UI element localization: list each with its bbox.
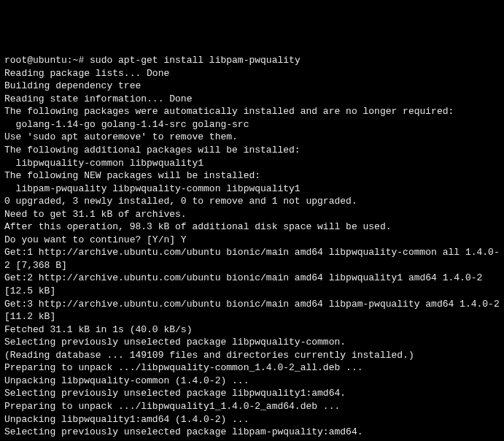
output-line: golang-1.14-go golang-1.14-src golang-sr… (4, 118, 500, 131)
output-line: Get:1 http://archive.ubuntu.com/ubuntu b… (4, 246, 500, 272)
output-line: The following packages were automaticall… (4, 105, 500, 118)
output-line: After this operation, 98.3 kB of additio… (4, 220, 500, 234)
output-line: Use 'sudo apt autoremove' to remove them… (4, 131, 500, 144)
output-line: Selecting previously unselected package … (4, 387, 500, 400)
output-line: Preparing to unpack .../libpwquality-com… (4, 361, 500, 375)
output-line: (Reading database ... 149109 files and d… (4, 349, 500, 362)
terminal-output[interactable]: root@ubuntu:~# sudo apt-get install libp… (4, 54, 500, 441)
output-line: Building dependency tree (4, 80, 500, 93)
output-line: libpwquality-common libpwquality1 (4, 157, 500, 170)
output-line: Unpacking libpwquality1:amd64 (1.4.0-2) … (4, 413, 500, 426)
output-line: Do you want to continue? [Y/n] Y (4, 234, 500, 247)
output-line: Preparing to unpack .../libpwquality1_1.… (4, 400, 500, 413)
output-line: Reading package lists... Done (4, 67, 500, 80)
output-line: Reading state information... Done (4, 93, 500, 106)
output-line: Fetched 31.1 kB in 1s (40.0 kB/s) (4, 323, 500, 337)
output-line: libpam-pwquality libpwquality-common lib… (4, 183, 500, 196)
output-line: Get:3 http://archive.ubuntu.com/ubuntu b… (4, 298, 500, 323)
shell-prompt: root@ubuntu:~# (4, 55, 90, 66)
output-line: Need to get 31.1 kB of archives. (4, 208, 500, 221)
prompt-line: root@ubuntu:~# sudo apt-get install libp… (4, 54, 500, 67)
command-text: sudo apt-get install libpam-pwquality (90, 55, 301, 66)
output-line: The following additional packages will b… (4, 144, 500, 157)
output-line: Unpacking libpwquality-common (1.4.0-2) … (4, 375, 500, 388)
output-line: The following NEW packages will be insta… (4, 169, 500, 183)
output-line: Get:2 http://archive.ubuntu.com/ubuntu b… (4, 272, 500, 297)
output-line: Selecting previously unselected package … (4, 426, 500, 439)
output-line: Selecting previously unselected package … (4, 336, 500, 349)
output-line: 0 upgraded, 3 newly installed, 0 to remo… (4, 195, 500, 208)
output-line: Preparing to unpack .../libpam-pwquality… (4, 439, 500, 441)
